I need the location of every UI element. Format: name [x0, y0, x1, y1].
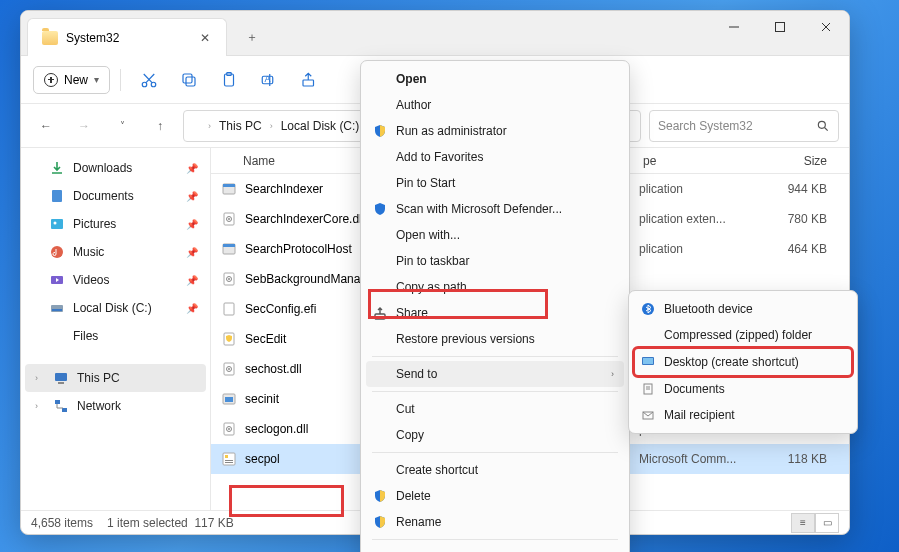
- svg-rect-1: [776, 23, 785, 32]
- folder-icon: [49, 328, 65, 344]
- ctx-author[interactable]: Author: [366, 92, 624, 118]
- file-icon: [221, 331, 237, 347]
- ctx-delete[interactable]: Delete: [366, 483, 624, 509]
- ctx-shortcut[interactable]: Create shortcut: [366, 457, 624, 483]
- sendto-documents[interactable]: Documents: [634, 376, 852, 402]
- pc-icon: [53, 370, 69, 386]
- svg-rect-15: [303, 80, 314, 86]
- ctx-addfav[interactable]: Add to Favorites: [366, 144, 624, 170]
- ctx-share[interactable]: Share: [366, 300, 624, 326]
- sidebar-item-videos[interactable]: Videos📌: [25, 266, 206, 294]
- copy-button[interactable]: [171, 62, 207, 98]
- details-view-button[interactable]: ≡: [791, 513, 815, 533]
- ctx-sendto[interactable]: Send to›: [366, 361, 624, 387]
- ctx-rename[interactable]: Rename: [366, 509, 624, 535]
- ctx-open[interactable]: Open: [366, 66, 624, 92]
- ctx-properties[interactable]: Properties: [366, 544, 624, 552]
- search-placeholder: Search System32: [658, 119, 753, 133]
- maximize-button[interactable]: [757, 11, 803, 43]
- new-button[interactable]: New ▾: [33, 66, 110, 94]
- svg-rect-35: [223, 244, 235, 247]
- pin-icon: 📌: [186, 191, 198, 202]
- col-type-suffix: pe: [639, 154, 769, 168]
- ctx-copy[interactable]: Copy: [366, 422, 624, 448]
- sidebar-item-network[interactable]: ›Network: [25, 392, 206, 420]
- svg-rect-52: [225, 462, 233, 463]
- tab-title: System32: [66, 31, 119, 45]
- ctx-restore[interactable]: Restore previous versions: [366, 326, 624, 352]
- close-tab-icon[interactable]: ✕: [198, 31, 212, 45]
- share-icon: [372, 305, 388, 321]
- titlebar: System32 ✕ ＋: [21, 11, 849, 56]
- chevron-down-icon: ▾: [94, 74, 99, 85]
- new-tab-button[interactable]: ＋: [235, 20, 269, 54]
- svg-rect-45: [225, 397, 233, 402]
- pin-icon: 📌: [186, 163, 198, 174]
- file-name: SearchProtocolHost: [245, 242, 352, 256]
- sidebar-item-label: Downloads: [73, 161, 132, 175]
- back-button[interactable]: ←: [31, 111, 61, 141]
- forward-button[interactable]: →: [69, 111, 99, 141]
- cut-button[interactable]: [131, 62, 167, 98]
- ctx-cut[interactable]: Cut: [366, 396, 624, 422]
- svg-rect-26: [58, 382, 64, 384]
- video-icon: [49, 272, 65, 288]
- search-icon: [816, 119, 830, 133]
- paste-button[interactable]: [211, 62, 247, 98]
- context-menu: Open Author Run as administrator Add to …: [360, 60, 630, 552]
- col-size[interactable]: Size: [769, 154, 839, 168]
- ctx-openwith[interactable]: Open with...: [366, 222, 624, 248]
- sidebar-item-pictures[interactable]: Pictures📌: [25, 210, 206, 238]
- svg-rect-30: [223, 184, 235, 187]
- download-icon: [49, 160, 65, 176]
- ctx-pintaskbar[interactable]: Pin to taskbar: [366, 248, 624, 274]
- file-icon: [221, 361, 237, 377]
- sidebar-item-label: Documents: [73, 189, 134, 203]
- sendto-mail[interactable]: Mail recipient: [634, 402, 852, 428]
- svg-rect-25: [55, 373, 67, 381]
- desktop-icon: [640, 354, 656, 370]
- breadcrumb[interactable]: This PC: [215, 117, 266, 135]
- share-button[interactable]: [291, 62, 327, 98]
- sidebar: Downloads📌 Documents📌 Pictures📌 Music📌 V…: [21, 148, 211, 510]
- svg-point-4: [142, 82, 147, 87]
- close-window-button[interactable]: [803, 11, 849, 43]
- sendto-bluetooth[interactable]: Bluetooth device: [634, 296, 852, 322]
- tab-system32[interactable]: System32 ✕: [27, 18, 227, 56]
- shield-icon: [372, 123, 388, 139]
- sidebar-item-downloads[interactable]: Downloads📌: [25, 154, 206, 182]
- sidebar-item-localdisk[interactable]: Local Disk (C:)📌: [25, 294, 206, 322]
- svg-rect-50: [225, 455, 228, 458]
- file-type: plication exten...: [639, 212, 769, 226]
- sidebar-item-thispc[interactable]: ›This PC: [25, 364, 206, 392]
- pin-icon: 📌: [186, 303, 198, 314]
- file-icon: [221, 391, 237, 407]
- ctx-pinstart[interactable]: Pin to Start: [366, 170, 624, 196]
- ctx-runadmin[interactable]: Run as administrator: [366, 118, 624, 144]
- minimize-button[interactable]: [711, 11, 757, 43]
- sendto-desktop[interactable]: Desktop (create shortcut): [634, 348, 852, 376]
- sendto-zip[interactable]: Compressed (zipped) folder: [634, 322, 852, 348]
- svg-point-43: [228, 368, 230, 370]
- chevron-down-history[interactable]: ˅: [107, 111, 137, 141]
- plus-icon: [44, 73, 58, 87]
- pin-icon: 📌: [186, 219, 198, 230]
- mail-icon: [640, 407, 656, 423]
- svg-point-48: [228, 428, 230, 430]
- file-icon: [221, 451, 237, 467]
- ctx-defender[interactable]: Scan with Microsoft Defender...: [366, 196, 624, 222]
- breadcrumb[interactable]: Local Disk (C:): [277, 117, 364, 135]
- sidebar-item-files[interactable]: Files: [25, 322, 206, 350]
- up-button[interactable]: ↑: [145, 111, 175, 141]
- disk-icon: [49, 300, 65, 316]
- svg-rect-18: [52, 190, 62, 202]
- search-input[interactable]: Search System32: [649, 110, 839, 142]
- sidebar-item-label: Music: [73, 245, 104, 259]
- sidebar-item-documents[interactable]: Documents📌: [25, 182, 206, 210]
- icons-view-button[interactable]: ▭: [815, 513, 839, 533]
- sidebar-item-label: Pictures: [73, 217, 116, 231]
- sidebar-item-music[interactable]: Music📌: [25, 238, 206, 266]
- rename-button[interactable]: A: [251, 62, 287, 98]
- file-type: plication: [639, 182, 769, 196]
- ctx-copypath[interactable]: Copy as path: [366, 274, 624, 300]
